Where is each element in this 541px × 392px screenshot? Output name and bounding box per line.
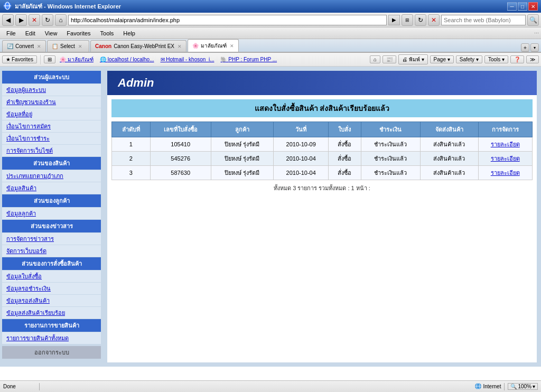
menu-view[interactable]: View bbox=[41, 29, 62, 38]
close-button[interactable]: ✕ bbox=[528, 2, 538, 11]
sidebar: ส่วนผู้แลระบบ ข้อมูลผู้แลระบบ คำเชิญชวนข… bbox=[0, 67, 103, 367]
sidebar-item-shipped[interactable]: ข้อมูลส่งสินค้าเรียบร้อย bbox=[2, 307, 101, 319]
stop-button[interactable]: ✕ bbox=[29, 14, 40, 26]
menu-help[interactable]: Help bbox=[119, 29, 139, 38]
sidebar-item-all-sales[interactable]: รายการขายสินค้าทั้งหมด bbox=[2, 332, 101, 344]
compat-button[interactable]: ⊞ bbox=[402, 14, 413, 26]
fav-link-hotmail[interactable]: ✉ Hotmail - khoson_i... bbox=[158, 57, 217, 62]
safety-button[interactable]: Safety ▾ bbox=[456, 55, 482, 63]
sidebar-item-product-info[interactable]: ข้อมูลสินค้า bbox=[2, 182, 101, 194]
sidebar-section-sales: รายงานการขายสินค้า bbox=[2, 319, 101, 332]
cell-date: 2010-10-04 bbox=[274, 152, 329, 166]
help-button[interactable]: ❓ bbox=[510, 55, 524, 63]
sidebar-item-payment-terms[interactable]: เงื่อนไขการชำระ bbox=[2, 133, 101, 144]
sidebar-item-news-manage[interactable]: การจัดการข่าวสาร bbox=[2, 233, 101, 245]
col-order-id: เลขที่ใบสั่งซื้อ bbox=[150, 122, 211, 137]
tab-malaipran-label: มาลัยภัณฑ์ bbox=[201, 42, 227, 50]
grid-view-button[interactable]: ⊞ bbox=[44, 55, 55, 63]
cell-num: 1 bbox=[112, 137, 151, 152]
address-input[interactable] bbox=[68, 15, 387, 25]
back-button[interactable]: ◀ bbox=[2, 14, 14, 26]
col-order-type: ใบสั่ง bbox=[329, 122, 361, 137]
cell-shipping: ส่งสินค้าแล้ว bbox=[420, 152, 478, 166]
table-row: 1 105410 ปิยหงษ์ รุ่งรัตมี 2010-10-09 สั… bbox=[112, 137, 533, 152]
cell-order-id: 105410 bbox=[150, 137, 211, 152]
favorites-button[interactable]: ★ Favorites bbox=[2, 55, 37, 63]
sidebar-item-user-info[interactable]: ข้อมูลผู้แลระบบ bbox=[2, 84, 101, 96]
new-tab-button[interactable]: + bbox=[521, 43, 529, 52]
tab-select-close[interactable]: ✕ bbox=[78, 44, 82, 49]
sidebar-item-pending-shipping[interactable]: ข้อมูลรอส่งสินค้า bbox=[2, 295, 101, 306]
menu-bar: File Edit View Favorites Tools Help ⋯ bbox=[0, 27, 541, 39]
more-button[interactable]: ≫ bbox=[526, 55, 539, 63]
menu-file[interactable]: File bbox=[2, 29, 20, 38]
col-date: วันที่ bbox=[274, 122, 329, 137]
page-title: แสดงใบสั่งซื้อสินค้า ส่งสินค้าเรียบร้อยแ… bbox=[111, 99, 533, 117]
content-inner: แสดงใบสั่งซื้อสินค้า ส่งสินค้าเรียบร้อยแ… bbox=[107, 95, 537, 200]
forward-button[interactable]: ▶ bbox=[15, 14, 27, 26]
tab-malaipran-close[interactable]: ✕ bbox=[230, 43, 234, 49]
stop2-button[interactable]: ✕ bbox=[428, 14, 440, 26]
cell-order-id: 545276 bbox=[150, 152, 211, 166]
tab-malaipran[interactable]: 🌸 มาลัยภัณฑ์ ✕ bbox=[188, 39, 239, 52]
tab-select-icon: 📋 bbox=[52, 43, 58, 49]
fav-link-php[interactable]: 🐘 PHP : Forum PHP ... bbox=[218, 57, 279, 62]
cell-payment: ชำระเงินแล้ว bbox=[361, 137, 420, 152]
menu-edit[interactable]: Edit bbox=[21, 29, 40, 38]
cell-customer: ปิยหงษ์ รุ่งรัตมี bbox=[211, 166, 273, 180]
cell-payment: ชำระเงินแล้ว bbox=[361, 166, 420, 180]
sidebar-item-register-terms[interactable]: เงื่อนไขการสมัคร bbox=[2, 120, 101, 132]
tab-dropdown-button[interactable]: ▾ bbox=[530, 43, 539, 52]
tab-canon[interactable]: Canon Canon Easy-WebPrint EX ✕ bbox=[90, 40, 186, 52]
search-input[interactable] bbox=[441, 15, 526, 25]
cell-order-type: สั่งซื้อ bbox=[329, 152, 361, 166]
sidebar-item-customer-info[interactable]: ข้อมูลลูกค้า bbox=[2, 208, 101, 219]
sidebar-item-invite[interactable]: คำเชิญชวนของร้าน bbox=[2, 96, 101, 108]
star-icon: ★ bbox=[6, 57, 11, 62]
sidebar-item-webboard[interactable]: จัดการเว็บบอร์ด bbox=[2, 245, 101, 257]
sidebar-item-address[interactable]: ข้อมูลที่อยู่ bbox=[2, 108, 101, 120]
cell-customer: ปิยหงษ์ รุ่งรัตมี bbox=[211, 137, 273, 152]
col-shipping: จัดส่งสินค้า bbox=[420, 122, 478, 137]
restore-button[interactable]: □ bbox=[518, 2, 527, 11]
tab-convert[interactable]: 🔄 Convert ✕ bbox=[2, 40, 46, 52]
cell-action[interactable]: รายละเอียด bbox=[478, 152, 533, 166]
tab-canon-close[interactable]: ✕ bbox=[178, 44, 182, 49]
home-fav-button[interactable]: ⌂ bbox=[370, 55, 380, 63]
browser-toolbar: ◀ ▶ ✕ ↻ ⌂ ▶ ⊞ ↻ ✕ 🔍 bbox=[0, 13, 541, 27]
fav-link-malaipran[interactable]: 🌸 มาลัยภัณฑ์ bbox=[58, 55, 96, 63]
sidebar-item-website[interactable]: การจัดการเว็บไซต์ bbox=[2, 145, 101, 156]
tab-convert-label: Convert bbox=[15, 43, 34, 49]
search-button[interactable]: 🔍 bbox=[527, 14, 539, 26]
tab-canon-label: Canon Easy-WebPrint EX bbox=[114, 43, 174, 49]
table-row: 3 587630 ปิยหงษ์ รุ่งรัตมี 2010-10-04 สั… bbox=[112, 166, 533, 180]
sidebar-item-orders[interactable]: ข้อมูลใบสั่งซื้อ bbox=[2, 270, 101, 282]
tab-select-label: Select bbox=[60, 43, 75, 49]
sidebar-section-news: ส่วนของข่าวสาร bbox=[2, 220, 101, 232]
admin-header: Admin bbox=[107, 71, 537, 95]
cell-action[interactable]: รายละเอียด bbox=[478, 166, 533, 180]
orders-table: ลำดับที่ เลขที่ใบสั่งซื้อ ลูกค้า วันที่ … bbox=[111, 122, 533, 180]
page-button[interactable]: Page ▾ bbox=[430, 55, 454, 63]
tab-select[interactable]: 📋 Select ✕ bbox=[47, 40, 89, 52]
feed-button[interactable]: 📰 bbox=[383, 55, 396, 63]
minimize-button[interactable]: ─ bbox=[507, 2, 517, 11]
tools-button[interactable]: Tools ▾ bbox=[484, 55, 508, 63]
sidebar-section-products: ส่วนของสินค้า bbox=[2, 157, 101, 170]
menu-tools[interactable]: Tools bbox=[96, 29, 118, 38]
cell-customer: ปิยหงษ์ รุ่งรัตมี bbox=[211, 152, 273, 166]
print-button[interactable]: 🖨 พิมพ์ ▾ bbox=[398, 54, 428, 64]
home-button[interactable]: ⌂ bbox=[55, 14, 67, 26]
sidebar-section-admin: ส่วนผู้แลระบบ bbox=[2, 71, 101, 83]
fav-link-localhost[interactable]: 🌐 localhost / localho... bbox=[98, 57, 156, 62]
refresh-button[interactable]: ↻ bbox=[42, 14, 53, 26]
tab-convert-close[interactable]: ✕ bbox=[37, 44, 41, 49]
col-num: ลำดับที่ bbox=[112, 122, 151, 137]
menu-favorites[interactable]: Favorites bbox=[62, 29, 95, 38]
sidebar-item-pending-payment[interactable]: ข้อมูลรอชำระเงิน bbox=[2, 283, 101, 294]
logout-button[interactable]: ออกจากระบบ bbox=[2, 346, 101, 359]
refresh2-button[interactable]: ↻ bbox=[415, 14, 426, 26]
sidebar-item-category[interactable]: ประเภทแยกตามฎำเภก bbox=[2, 170, 101, 182]
cell-action[interactable]: รายละเอียด bbox=[478, 137, 533, 152]
go-button[interactable]: ▶ bbox=[388, 15, 400, 25]
